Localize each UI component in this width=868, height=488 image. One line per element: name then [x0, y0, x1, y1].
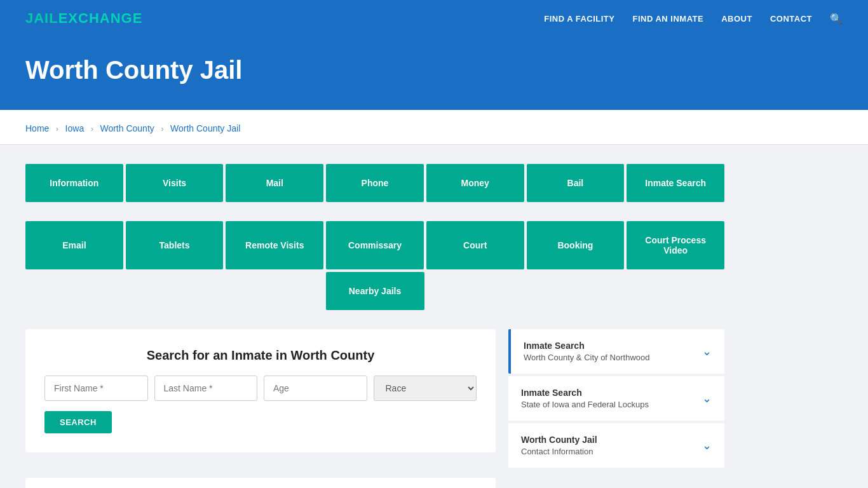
sidebar-item-1-sub: State of Iowa and Federal Lockups — [521, 400, 649, 409]
breadcrumb: Home › Iowa › Worth County › Worth Count… — [0, 114, 868, 145]
btn-nearby-jails[interactable]: Nearby Jails — [326, 272, 424, 310]
breadcrumb-sep-2: › — [91, 124, 93, 133]
breadcrumb-iowa[interactable]: Iowa — [65, 123, 85, 133]
chevron-down-icon-0: ⌄ — [702, 344, 712, 358]
nav-about[interactable]: ABOUT — [721, 14, 752, 24]
nav-find-facility[interactable]: FIND A FACILITY — [544, 14, 614, 24]
main-nav: FIND A FACILITY FIND AN INMATE ABOUT CON… — [544, 13, 843, 25]
sidebar-item-0[interactable]: Inmate Search Worth County & City of Nor… — [508, 329, 724, 374]
logo-jail: JAIL — [25, 10, 58, 26]
search-icon[interactable]: 🔍 — [830, 13, 843, 25]
button-grid-row2: Email Tablets Remote Visits Commissary C… — [25, 221, 724, 269]
info-section: Worth County Jail Information — [25, 478, 496, 488]
left-col: Search for an Inmate in Worth County Rac… — [25, 329, 496, 488]
age-input[interactable] — [264, 376, 367, 401]
btn-inmate-search[interactable]: Inmate Search — [627, 164, 724, 202]
breadcrumb-current: Worth County Jail — [170, 123, 240, 133]
button-grid-row3: Nearby Jails — [25, 272, 724, 310]
sidebar-item-0-inner[interactable]: Inmate Search Worth County & City of Nor… — [511, 329, 724, 374]
last-name-input[interactable] — [154, 376, 258, 401]
btn-email[interactable]: Email — [25, 221, 123, 269]
btn-bail[interactable]: Bail — [527, 164, 625, 202]
search-button[interactable]: SEARCH — [44, 411, 112, 433]
btn-court[interactable]: Court — [426, 221, 524, 269]
chevron-down-icon-2: ⌄ — [702, 438, 712, 452]
info-section-title: Worth County Jail Information — [25, 478, 496, 488]
site-header: JAILEXCHANGE FIND A FACILITY FIND AN INM… — [0, 0, 868, 37]
sidebar: Inmate Search Worth County & City of Nor… — [508, 329, 724, 488]
breadcrumb-sep-3: › — [161, 124, 163, 133]
search-title: Search for an Inmate in Worth County — [44, 348, 477, 363]
btn-mail[interactable]: Mail — [226, 164, 323, 202]
first-name-input[interactable] — [44, 376, 148, 401]
btn-tablets[interactable]: Tablets — [126, 221, 224, 269]
hero-section: Worth County Jail — [0, 37, 868, 110]
sidebar-item-2-label: Worth County Jail — [521, 435, 597, 445]
two-col-layout: Search for an Inmate in Worth County Rac… — [25, 329, 724, 488]
site-logo[interactable]: JAILEXCHANGE — [25, 10, 142, 27]
sidebar-item-1[interactable]: Inmate Search State of Iowa and Federal … — [508, 376, 724, 421]
btn-information[interactable]: Information — [25, 164, 123, 202]
btn-money[interactable]: Money — [426, 164, 524, 202]
sidebar-item-2-text: Worth County Jail Contact Information — [521, 435, 597, 456]
sidebar-item-2-inner[interactable]: Worth County Jail Contact Information ⌄ — [508, 423, 724, 468]
sidebar-item-0-label: Inmate Search — [524, 341, 649, 351]
breadcrumb-home[interactable]: Home — [25, 123, 49, 133]
search-form: Race White Black Hispanic Asian Other — [44, 376, 477, 401]
chevron-down-icon-1: ⌄ — [702, 391, 712, 405]
nav-find-inmate[interactable]: FIND AN INMATE — [632, 14, 703, 24]
nav-contact[interactable]: CONTACT — [770, 14, 812, 24]
sidebar-item-2-sub: Contact Information — [521, 447, 597, 456]
btn-phone[interactable]: Phone — [326, 164, 424, 202]
page-title: Worth County Jail — [25, 56, 843, 85]
search-panel: Search for an Inmate in Worth County Rac… — [25, 329, 496, 452]
sidebar-item-1-inner[interactable]: Inmate Search State of Iowa and Federal … — [508, 376, 724, 421]
main-content: Information Visits Mail Phone Money Bail… — [0, 145, 868, 488]
sidebar-item-1-text: Inmate Search State of Iowa and Federal … — [521, 388, 649, 409]
sidebar-item-0-sub: Worth County & City of Northwood — [524, 353, 649, 362]
logo-exchange: EXCHANGE — [58, 10, 143, 26]
button-grid-row1: Information Visits Mail Phone Money Bail… — [25, 164, 724, 202]
breadcrumb-sep-1: › — [56, 124, 58, 133]
sidebar-item-2[interactable]: Worth County Jail Contact Information ⌄ — [508, 423, 724, 468]
btn-court-process-video[interactable]: Court Process Video — [627, 221, 724, 269]
breadcrumb-worth-county[interactable]: Worth County — [100, 123, 154, 133]
btn-visits[interactable]: Visits — [126, 164, 224, 202]
btn-commissary[interactable]: Commissary — [326, 221, 424, 269]
sidebar-item-0-text: Inmate Search Worth County & City of Nor… — [524, 341, 649, 362]
race-select[interactable]: Race White Black Hispanic Asian Other — [374, 376, 477, 401]
btn-remote-visits[interactable]: Remote Visits — [226, 221, 323, 269]
btn-booking[interactable]: Booking — [527, 221, 625, 269]
sidebar-item-1-label: Inmate Search — [521, 388, 649, 398]
